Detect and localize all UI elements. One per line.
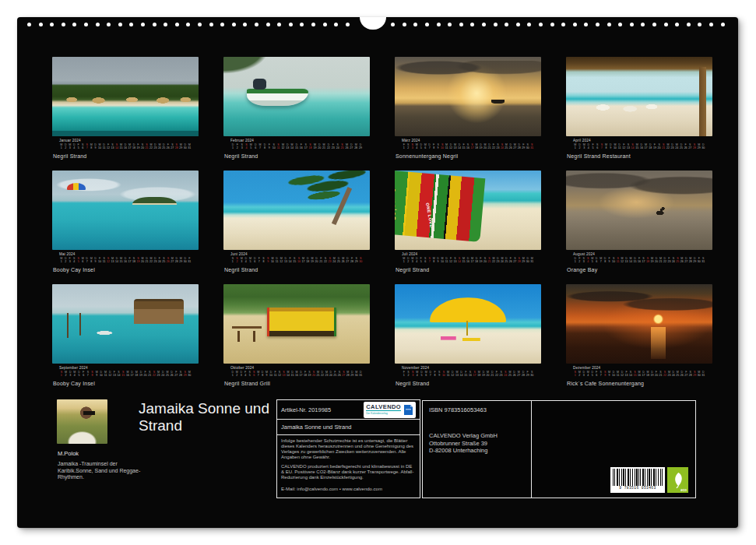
month-cell: August 2024D1F2S3S4M5D6M7D8F9S10S11M12D1… xyxy=(566,171,712,272)
mini-calendar: Juni 2024S1S2M3D4M5D6F7S8S9M10D11M12D13F… xyxy=(230,252,363,263)
spiral-hole xyxy=(494,23,498,26)
spiral-hole xyxy=(561,23,565,26)
spiral-hole xyxy=(698,23,701,26)
mini-calendar-label: März 2024 xyxy=(402,139,534,142)
spiral-hole xyxy=(573,23,577,26)
photo-caption: Negril Strand xyxy=(396,381,541,386)
day-cell: M31 xyxy=(188,143,192,149)
legal-text: Infolge bestehender Schutzrechte ist es … xyxy=(281,438,416,460)
spiral-hole xyxy=(243,23,247,26)
publisher-line: CALVENDO Verlag GmbH xyxy=(429,432,525,440)
month-photo xyxy=(52,284,199,364)
isbn-text: ISBN 9783516053463 xyxy=(429,406,525,413)
month-cell: September 2024S1M2D3M4D5F6S7S8M9D10M11D1… xyxy=(52,284,199,386)
photo-caption: Negril Strand Restaurant xyxy=(567,153,712,159)
mini-calendar-days: F1S2S3M4D5M6D7F8S9S10M11D12M13D14F15S16S… xyxy=(402,371,534,377)
mini-calendar: April 2024M1D2M3D4F5S6S7M8D9M10D11F12S13… xyxy=(573,139,705,149)
spiral-hole xyxy=(266,23,270,26)
spiral-hole xyxy=(198,23,202,26)
photo-caption: Negril Strand xyxy=(224,267,370,272)
spiral-hole xyxy=(346,23,350,26)
mini-calendar-days: D1M2D3F4S5S6M7D8M9D10F11S12S13M14D15M16D… xyxy=(230,371,363,377)
month-photo xyxy=(566,57,712,136)
mini-calendar-days: D1F2S3S4M5D6M7D8F9S10S11M12D13M14D15F16S… xyxy=(230,143,363,149)
spiral-hole xyxy=(539,23,543,26)
spiral-hole xyxy=(255,23,258,26)
spiral-hole xyxy=(459,23,463,26)
photo-caption: Sonnenuntergang Negril xyxy=(396,153,541,159)
day-number: 31 xyxy=(359,374,363,377)
day-number: 31 xyxy=(701,374,705,377)
mini-calendar: November 2024F1S2S3M4D5M6D7F8S9S10M11D12… xyxy=(402,366,534,377)
day-cell: M30 xyxy=(187,371,192,377)
mini-calendar-label: April 2024 xyxy=(573,139,705,142)
mini-calendar-days: F1S2S3M4D5M6D7F8S9S10M11D12M13D14F15S16S… xyxy=(402,143,534,149)
spiral-hole xyxy=(107,23,111,26)
month-photo xyxy=(52,171,199,250)
eco-badge-label: eco xyxy=(680,488,687,492)
spiral-hole xyxy=(675,23,679,26)
mini-calendar-label: September 2024 xyxy=(59,366,192,370)
mini-calendar-days: S1M2D3M4D5F6S7S8M9D10M11D12F13S14S15M16D… xyxy=(573,371,705,377)
month-photo xyxy=(223,284,370,364)
mini-calendar-label: Mai 2024 xyxy=(59,252,192,256)
product-title: Jamaika Sonne und Strand xyxy=(277,420,420,435)
mini-calendar-label: Juni 2024 xyxy=(230,252,363,256)
spiral-hole xyxy=(664,23,668,26)
spiral-hole xyxy=(413,23,417,26)
spiral-hole xyxy=(641,23,645,26)
spiral-hole xyxy=(334,23,338,26)
mini-calendar-label: Februar 2024 xyxy=(230,139,363,142)
mini-calendar: Februar 2024D1F2S3S4M5D6M7D8F9S10S11M12D… xyxy=(230,139,363,149)
spiral-hole xyxy=(289,23,293,26)
info-box-header: Artikel-Nr. 2019985 CALVENDO Der Kalende… xyxy=(277,400,420,420)
day-cell: F31 xyxy=(188,257,192,263)
spiral-hole xyxy=(482,23,486,26)
eco-note: CALVENDO produziert bedarfsgerecht und k… xyxy=(281,464,416,480)
month-photo xyxy=(566,284,712,364)
barcode-cell: 9 783516 053463 eco xyxy=(532,401,695,498)
month-cell: Mai 2024M1D2F3S4S5M6D7M8D9F10S11S12M13D1… xyxy=(52,171,199,272)
day-cell: S30 xyxy=(358,257,363,263)
day-cell: D30 xyxy=(701,143,705,149)
photo-caption: Booby Cay Insel xyxy=(53,381,199,386)
mini-calendar: September 2024S1M2D3M4D5F6S7S8M9D10M11D1… xyxy=(59,366,192,377)
spiral-hole xyxy=(323,23,327,26)
day-number: 31 xyxy=(530,146,534,149)
spiral-hole xyxy=(618,23,622,26)
day-cell: D31 xyxy=(701,371,705,377)
spiral-hole xyxy=(311,23,315,26)
spiral-hole xyxy=(129,23,133,26)
day-number: 29 xyxy=(358,146,363,149)
day-cell: D31 xyxy=(359,371,363,377)
page-title: Jamaika Sonne und Strand xyxy=(139,400,273,434)
mini-calendar: März 2024F1S2S3M4D5M6D7F8S9S10M11D12M13D… xyxy=(402,139,534,149)
author-name: M.Polok xyxy=(58,450,79,457)
mini-calendar-label: November 2024 xyxy=(402,366,534,370)
spiral-hole xyxy=(277,23,281,26)
mini-calendar: Dezember 2024S1M2D3M4D5F6S7S8M9D10M11D12… xyxy=(573,366,705,377)
mini-calendar: Mai 2024M1D2F3S4S5M6D7M8D9F10S11S12M13D1… xyxy=(59,252,192,263)
calvendo-logo-text: CALVENDO Der Kalenderverlag xyxy=(366,404,401,415)
mini-calendar-days: M1D2F3S4S5M6D7M8D9F10S11S12M13D14M15D16F… xyxy=(59,257,192,263)
month-cell: Februar 2024D1F2S3S4M5D6M7D8F9S10S11M12D… xyxy=(223,57,370,159)
eco-badge: eco xyxy=(667,467,688,493)
spiral-hole xyxy=(470,23,474,26)
product-info-box: Artikel-Nr. 2019985 CALVENDO Der Kalende… xyxy=(276,399,420,498)
month-cell: März 2024F1S2S3M4D5M6D7F8S9S10M11D12M13D… xyxy=(395,57,541,159)
mini-calendar: August 2024D1F2S3S4M5D6M7D8F9S10S11M12D1… xyxy=(573,252,705,263)
calendar-sheet: Januar 2024M1D2M3D4F5S6S7M8D9M10D11F12S1… xyxy=(17,17,738,528)
spiral-hole xyxy=(584,23,588,26)
day-number: 30 xyxy=(187,374,192,377)
author-photo xyxy=(57,399,107,444)
spiral-hole xyxy=(607,23,611,26)
spiral-hole xyxy=(153,23,156,26)
photo-caption: Negril Strand xyxy=(396,267,541,272)
photo-caption: Negril Strand Grill xyxy=(224,381,370,386)
spiral-hole xyxy=(721,23,725,26)
spiral-hole xyxy=(209,23,213,26)
month-photo xyxy=(395,57,541,136)
photo-caption: Negril Strand xyxy=(53,153,199,159)
spiral-hole xyxy=(164,23,167,26)
spiral-hole xyxy=(62,23,65,26)
